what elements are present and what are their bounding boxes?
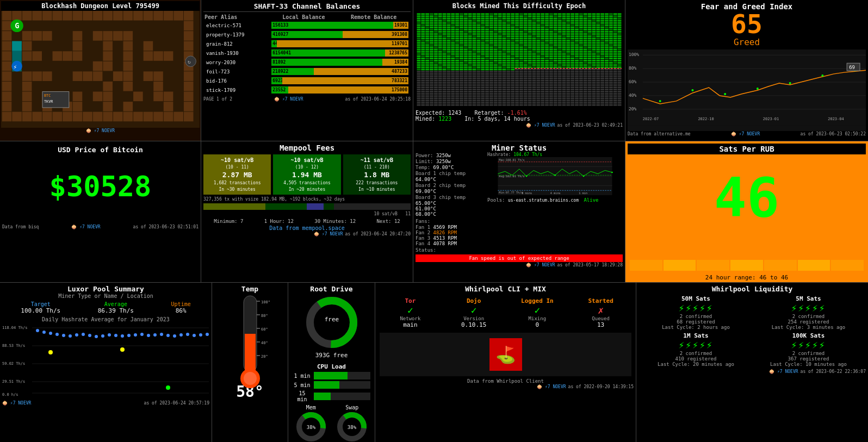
svg-rect-1850 <box>618 91 622 92</box>
svg-rect-584 <box>541 33 544 35</box>
svg-rect-232 <box>473 17 476 19</box>
svg-rect-637 <box>562 35 566 37</box>
svg-rect-9 <box>83 11 92 21</box>
svg-rect-213 <box>596 15 600 17</box>
whirlpool-grid: Tor ✓ Network main Dojo ✓ Version 0.10.1… <box>380 297 631 328</box>
svg-rect-1744 <box>575 86 579 88</box>
svg-rect-1932 <box>558 95 562 97</box>
svg-rect-563 <box>451 33 455 35</box>
svg-text:↻: ↻ <box>188 59 191 65</box>
temp-panel: Temp 100° 80° 60° <box>212 283 288 442</box>
svg-rect-289 <box>511 20 514 22</box>
usd-source: Data from bisq <box>2 225 39 229</box>
svg-rect-989 <box>425 53 429 55</box>
svg-rect-1926 <box>532 95 536 97</box>
svg-rect-53 <box>103 61 113 71</box>
miner-left: Power: 3250w Limit: 3250w Temp: 69.00°C … <box>416 152 486 253</box>
svg-rect-435 <box>519 27 523 28</box>
svg-rect-693 <box>596 38 600 39</box>
svg-rect-39 <box>2 51 12 61</box>
svg-rect-1341 <box>494 69 498 70</box>
svg-rect-531 <box>519 31 523 33</box>
svg-rect-1104 <box>506 58 510 59</box>
svg-rect-1540 <box>524 78 528 79</box>
svg-rect-623 <box>503 35 506 37</box>
svg-point-2196 <box>62 334 65 337</box>
svg-rect-2075 <box>554 102 557 104</box>
svg-rect-1599 <box>571 80 574 82</box>
svg-rect-1232 <box>438 64 442 66</box>
svg-rect-862 <box>498 47 502 48</box>
svg-rect-837 <box>596 44 600 46</box>
svg-rect-341 <box>528 22 532 24</box>
svg-rect-576 <box>506 33 510 35</box>
svg-rect-645 <box>596 35 600 37</box>
svg-rect-799 <box>434 44 438 46</box>
svg-rect-832 <box>575 44 579 46</box>
svg-rect-1209 <box>545 62 549 64</box>
svg-text:2022-07: 2022-07 <box>643 117 659 121</box>
svg-rect-1172 <box>592 60 596 61</box>
svg-rect-1244 <box>489 64 493 66</box>
svg-rect-990 <box>430 53 433 55</box>
svg-rect-1163 <box>554 60 557 61</box>
svg-rect-1686 <box>532 84 536 86</box>
svg-rect-1914 <box>481 95 485 97</box>
svg-rect-1789 <box>562 89 566 90</box>
svg-rect-1803 <box>417 91 420 92</box>
svg-rect-610 <box>447 35 450 37</box>
svg-rect-1208 <box>541 62 544 64</box>
svg-rect-924 <box>558 49 562 51</box>
svg-rect-1823 <box>503 91 506 92</box>
luxor-stats: Target 100.00 Th/s Average 86.39 Th/s Up… <box>2 301 209 314</box>
svg-rect-441 <box>545 27 549 28</box>
svg-rect-436 <box>524 27 528 28</box>
svg-rect-90 <box>123 102 133 111</box>
svg-rect-1335 <box>468 69 472 70</box>
svg-rect-723 <box>519 40 523 41</box>
svg-rect-85 <box>22 102 32 111</box>
svg-rect-1389 <box>494 71 498 72</box>
svg-rect-2034 <box>584 99 587 101</box>
svg-rect-1495 <box>536 76 540 77</box>
svg-rect-502 <box>600 29 604 30</box>
svg-rect-559 <box>434 33 438 35</box>
svg-rect-999 <box>468 53 472 55</box>
svg-rect-297 <box>545 20 549 22</box>
svg-rect-439 <box>536 27 540 28</box>
svg-rect-1592 <box>541 80 544 82</box>
mempool-stats: Minimum: 7 1 Hour: 12 30 Minutes: 12 Nex… <box>203 219 411 224</box>
miner-temp: 69.00°C <box>433 165 454 170</box>
svg-rect-875 <box>554 47 557 48</box>
svg-rect-890 <box>618 47 622 48</box>
wh-tor-network-val: main <box>380 321 441 328</box>
svg-rect-1449 <box>545 73 549 74</box>
svg-rect-1385 <box>476 71 480 72</box>
svg-rect-926 <box>566 49 570 51</box>
svg-text:29.51 Th/s: 29.51 Th/s <box>2 379 25 384</box>
svg-rect-354 <box>584 22 587 24</box>
svg-rect-2097 <box>443 104 447 106</box>
svg-rect-177 <box>443 15 447 17</box>
svg-rect-692 <box>592 38 596 39</box>
svg-rect-1022 <box>566 53 570 55</box>
svg-rect-191 <box>503 15 506 17</box>
svg-rect-1710 <box>430 86 433 88</box>
svg-rect-1572 <box>455 80 459 82</box>
svg-rect-662 <box>464 38 468 39</box>
svg-rect-1696 <box>575 84 579 86</box>
svg-rect-1190 <box>464 62 468 64</box>
svg-point-2210 <box>153 333 157 337</box>
svg-rect-1092 <box>455 58 459 59</box>
svg-rect-1222 <box>600 62 604 64</box>
svg-rect-1915 <box>485 95 489 97</box>
svg-rect-677 <box>528 38 532 39</box>
svg-rect-1820 <box>489 91 493 92</box>
svg-rect-330 <box>481 22 485 24</box>
svg-rect-2031 <box>571 99 574 101</box>
svg-rect-481 <box>511 29 514 30</box>
svg-rect-848 <box>438 47 442 48</box>
svg-rect-1748 <box>592 86 596 88</box>
svg-rect-365 <box>425 24 429 26</box>
svg-rect-1241 <box>476 64 480 66</box>
